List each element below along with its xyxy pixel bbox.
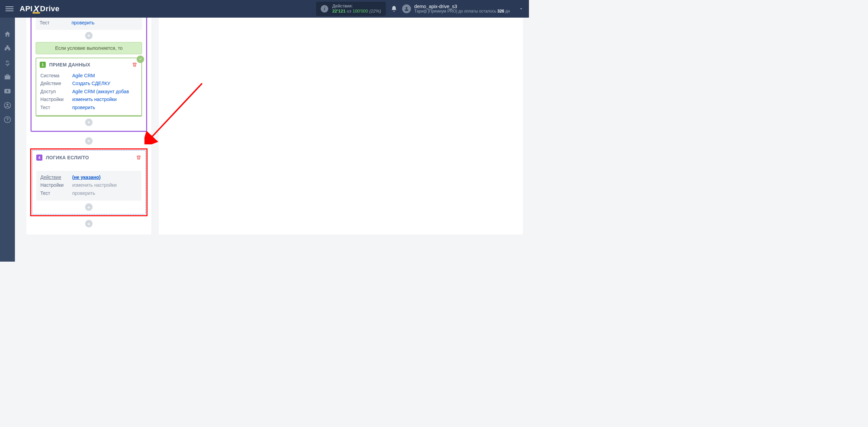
kv-val-missing[interactable]: (не указано) — [72, 174, 101, 181]
kv-key: Действие — [40, 174, 68, 181]
user-plan: Тариф |Премиум PRO| до оплаты осталось 3… — [414, 9, 510, 14]
logo-text-drive: Drive — [40, 4, 60, 13]
card-title: ЛОГИКА ЕСЛИ/ТО — [46, 155, 89, 160]
main-content: Тест проверить + Если условие выполняетс… — [15, 18, 529, 262]
kv-key: Тест — [40, 190, 68, 197]
kv-key: Настройки — [40, 182, 68, 189]
actions-label: Действия: — [332, 4, 381, 9]
help-icon[interactable] — [4, 116, 11, 123]
card-data-receive: 1 ПРИЕМ ДАННЫХ СистемаAgile CRM Действие… — [36, 58, 142, 117]
svg-point-4 — [7, 121, 8, 122]
check-circle-icon — [137, 56, 144, 63]
add-step-button[interactable]: + — [85, 119, 93, 126]
youtube-icon[interactable] — [4, 87, 11, 95]
actions-pct: (22%) — [369, 8, 381, 14]
kv-val[interactable]: Создать СДЕЛКУ — [72, 80, 110, 87]
add-step-button[interactable]: + — [85, 137, 93, 145]
briefcase-icon[interactable] — [4, 73, 11, 81]
detail-panel — [159, 18, 523, 235]
avatar-icon — [402, 4, 411, 13]
top-bar: API X Drive i Действия: 22'121 из 100'00… — [0, 0, 529, 18]
user-circle-icon[interactable] — [4, 102, 11, 109]
kv-key: Доступ — [40, 88, 68, 95]
kv-key: Тест — [40, 104, 68, 111]
kv-key: Действие — [40, 80, 68, 87]
sitemap-icon[interactable] — [4, 45, 11, 52]
hamburger-menu[interactable] — [5, 5, 14, 13]
add-step-button[interactable]: + — [85, 220, 93, 227]
notifications-icon[interactable] — [391, 5, 397, 12]
dollar-icon[interactable] — [4, 59, 11, 66]
card-title: ПРИЕМ ДАННЫХ — [49, 62, 90, 67]
kv-val-muted: изменить настройки — [72, 182, 117, 189]
delete-icon[interactable] — [132, 62, 137, 67]
svg-point-0 — [406, 7, 407, 9]
user-name: demo_apix-drive_s3 — [414, 4, 510, 9]
actions-total: 100'000 — [353, 8, 368, 14]
user-menu[interactable]: demo_apix-drive_s3 Тариф |Премиум PRO| д… — [402, 4, 524, 14]
condition-block: Тест проверить + Если условие выполняетс… — [31, 18, 147, 132]
chevron-down-icon — [519, 6, 524, 11]
actions-used: 22'121 — [332, 8, 346, 14]
left-sidebar — [0, 18, 15, 262]
delete-icon[interactable] — [136, 155, 141, 160]
logo-x: X — [33, 4, 39, 14]
kv-val[interactable]: проверить — [72, 104, 95, 111]
logo[interactable]: API X Drive — [20, 4, 60, 14]
condition-true-bar: Если условие выполняется, то — [36, 42, 142, 54]
kv-val[interactable]: Agile CRM (аккаунт добав — [72, 88, 129, 95]
card-partial: Тест проверить — [36, 18, 142, 30]
actions-of: из — [347, 8, 351, 14]
kv-val[interactable]: изменить настройки — [72, 96, 117, 103]
workflow-panel: Тест проверить + Если условие выполняетс… — [26, 18, 151, 235]
home-icon[interactable] — [4, 30, 11, 38]
add-step-button[interactable]: + — [85, 32, 93, 39]
kv-val[interactable]: Agile CRM — [72, 73, 95, 79]
kv-key-test: Тест — [40, 20, 67, 26]
kv-key: Настройки — [40, 96, 68, 103]
logic-card: 4 ЛОГИКА ЕСЛИ/ТО Действие(не указано) На… — [32, 150, 146, 215]
add-step-button[interactable]: + — [85, 203, 93, 211]
info-icon: i — [321, 5, 328, 13]
logo-text-api: API — [20, 4, 33, 13]
kv-val-test[interactable]: проверить — [72, 20, 95, 26]
actions-counter[interactable]: i Действия: 22'121 из 100'000 (22%) — [316, 2, 386, 16]
kv-key: Система — [40, 73, 68, 79]
svg-point-2 — [6, 104, 8, 106]
step-number-1: 1 — [40, 62, 46, 68]
kv-val-muted: проверить — [72, 190, 95, 197]
step-number-4: 4 — [36, 155, 42, 161]
